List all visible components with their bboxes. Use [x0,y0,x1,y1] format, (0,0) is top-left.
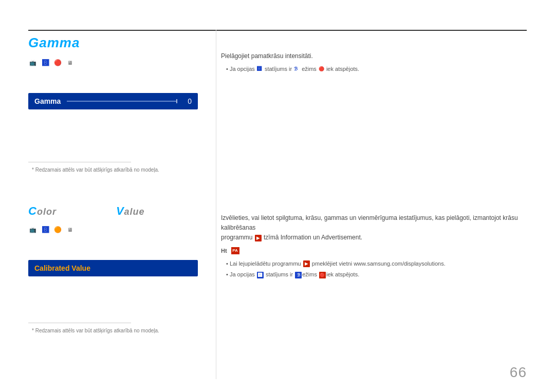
right-bottom-bullet-1: Lai lejupielādētu programmu ▶ pmeklējiet… [226,259,527,268]
right-bottom-description: Izvēlieties, vai lietot spilgtuma, krāsu… [221,213,527,243]
right-panel-bottom: Izvēlieties, vai lietot spilgtuma, krāsu… [221,213,527,282]
gamma-icon-row: 📺 🅱 🔴 🖥 [28,58,218,67]
right-bottom-bullet-2: Ja opcijas 🅱 statījums ir ℬežims 🔴iek at… [226,270,527,279]
gamma-slider-track[interactable] [67,101,177,102]
tv-icon: 📺 [28,58,38,67]
calibrated-icon-row: 📺 🅱 🟠 🖥 [28,225,218,234]
right-top-description: Pielāgojiet pamatkrāsu intensitāti. [221,51,527,61]
right-top-bullet-1: Ja opcijas 🅱statījums ir ℬežims 🔴iek ats… [226,65,527,73]
b-icon: 🅱 [41,58,50,67]
cal-r-icon: 🟠 [53,225,62,234]
calibrated-slider-label: Calibrated Value [34,264,90,272]
bullet-icon-r1: 🔴 [319,66,326,73]
bullet-icon-b2: ℬ [294,66,301,73]
bullet2-r-icon: 🔴 [319,272,326,278]
mid-divider-top [28,162,131,162]
cal-tv-icon: 📺 [28,225,38,234]
calibrated-slider-bar[interactable]: Calibrated Value [28,260,198,276]
calibrated-value-section: Color Value 📺 🅱 🟠 🖥 Calibrated Value [28,204,218,276]
cal-pc-icon: 🖥 [65,225,75,234]
bottom-divider [28,323,131,323]
top-divider [28,30,527,31]
dl-icon: ▶ [303,260,310,267]
right-panel-top: Pielāgojiet pamatkrāsu intensitāti. Ja o… [221,51,527,76]
bullet-icon-b1: 🅱 [257,66,264,73]
calibrated-slider-container: Calibrated Value [28,260,198,276]
hotkey-ht-label: Ht [221,248,227,254]
hotkey-row: Ht PA [221,247,527,254]
top-note: * Redzamais attēls var būt atšķirīgs atk… [32,167,159,173]
color-title: Color [28,204,57,218]
bullet2-mode-icon: ℬ [295,272,302,278]
prog-icon: ▶ [255,235,262,241]
bottom-note: * Redzamais attēls var būt atšķirīgs atk… [32,328,159,333]
value-title: Value [116,204,145,218]
gamma-section: Gamma 📺 🅱 🔴 🖥 Gamma 0 [28,35,218,109]
gamma-slider-value: 0 [183,97,192,105]
section-titles-row: Color Value [28,204,218,218]
gamma-slider-bar[interactable]: Gamma 0 [28,93,198,109]
page-number: 66 [510,364,527,381]
r-icon: 🔴 [53,58,62,67]
cal-b-icon: 🅱 [41,225,50,234]
hotkey-pa-icon: PA [231,247,239,254]
pc-icon: 🖥 [65,58,75,67]
gamma-slider-label: Gamma [34,97,61,105]
gamma-title: Gamma [28,35,218,51]
bullet2-b-icon: 🅱 [257,272,264,278]
gamma-slider-container: Gamma 0 [28,93,198,109]
